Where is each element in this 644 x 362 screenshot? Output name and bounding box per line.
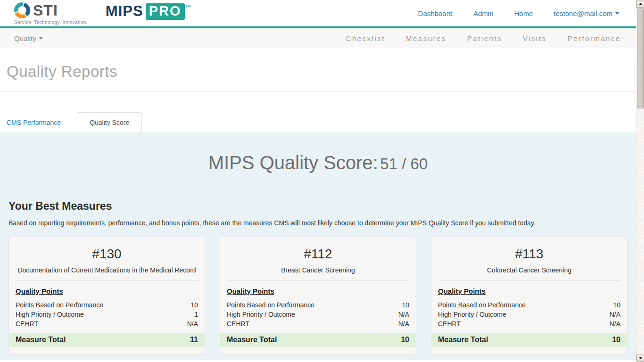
cehrt-row: CEHRT N/A [227,319,409,329]
tab-cms-performance[interactable]: CMS Performance [7,112,71,132]
total-label: Measure Total [438,336,488,344]
card-divider [16,280,198,281]
title-divider [0,91,636,92]
cehrt-row: CEHRT N/A [438,319,620,329]
high-priority-row: High Priority / Outcome 1 [16,310,198,319]
nav-item-measures[interactable]: Measures [406,34,446,42]
user-email: testone@mail.com [554,9,612,17]
best-measures-cards: #130 Documentation of Current Medication… [0,237,636,355]
total-value: 11 [190,336,198,344]
vertical-scrollbar[interactable] [636,0,644,362]
total-label: Measure Total [227,336,277,344]
scroll-down-button[interactable] [636,354,644,362]
nav-item-performance[interactable]: Performance [568,34,621,42]
high-priority-row: High Priority / Outcome N/A [438,310,620,319]
quality-points-label: Quality Points [16,287,198,295]
high-priority-row: High Priority / Outcome N/A [227,310,409,319]
home-link[interactable]: Home [514,9,533,17]
row-value: N/A [610,319,620,329]
trademark-mark: TM [185,4,191,8]
sti-ring-icon [14,2,30,18]
measure-id: #130 [16,247,198,262]
page-title-band: Quality Reports CMS Performance Quality … [0,49,636,132]
report-tabs: CMS Performance Quality Score [7,112,142,132]
row-value: N/A [187,319,198,329]
score-value: 51 / 60 [380,155,428,173]
row-value: 10 [190,300,198,310]
mips-logo-word: MIPS [106,3,143,20]
card-divider [438,280,620,281]
quality-dropdown-label: Quality [14,34,36,42]
tab-quality-score[interactable]: Quality Score [77,112,142,132]
user-menu[interactable]: testone@mail.com [554,9,619,17]
score-heading: MIPS Quality Score: [208,152,378,173]
page-title: Quality Reports [0,49,636,81]
total-label: Measure Total [16,336,66,344]
app-window: STI Service. Technology. Innovation. MIP… [0,0,636,360]
measure-card-113: #113 Colorectal Cancer Screening Quality… [431,237,627,355]
quality-points-label: Quality Points [227,287,409,295]
points-performance-row: Points Based on Performance 10 [438,300,620,310]
top-header: STI Service. Technology. Innovation. MIP… [0,0,636,28]
best-measures-heading: Your Best Measures [8,200,627,213]
points-performance-row: Points Based on Performance 10 [16,300,198,310]
arrow-down-icon [639,357,643,359]
row-label: CEHRT [227,319,249,329]
best-measures-description: Based on reporting requirements, perform… [8,219,627,227]
row-value: N/A [610,310,620,319]
total-value: 10 [401,336,409,344]
measure-name: Colorectal Cancer Screening [438,266,620,274]
row-label: High Priority / Outcome [16,310,84,319]
sti-logo: STI Service. Technology. Innovation. [14,2,88,25]
quality-dropdown[interactable]: Quality [14,34,43,42]
card-divider [227,280,409,281]
arrow-up-icon [639,3,643,5]
admin-link[interactable]: Admin [473,9,494,17]
row-value: 10 [613,300,620,310]
caret-down-icon [39,37,43,40]
measure-name: Documentation of Current Medications in … [16,266,198,274]
row-label: Points Based on Performance [16,300,103,310]
measure-card-130: #130 Documentation of Current Medication… [8,237,205,355]
nav-item-checklist[interactable]: Checklist [346,34,385,42]
measure-id: #112 [227,247,409,262]
total-value: 10 [612,336,620,344]
pro-logo-box: PRO [146,3,185,20]
measure-total-row: Measure Total 10 [431,333,627,347]
mipspro-logo: MIPS PRO TM [106,3,190,20]
quality-points-label: Quality Points [438,287,620,295]
row-label: CEHRT [16,319,38,329]
row-value: 10 [402,300,409,310]
header-links: Dashboard Admin Home testone@mail.com [418,9,636,17]
row-value: 1 [194,310,198,319]
scrollbar-thumb[interactable] [637,8,644,108]
points-performance-row: Points Based on Performance 10 [227,300,409,310]
row-value: N/A [398,319,409,329]
row-label: Points Based on Performance [227,300,314,310]
mips-quality-score-line: MIPS Quality Score: 51 / 60 [0,152,636,173]
sti-logo-text: STI [33,2,58,19]
row-label: High Priority / Outcome [227,310,295,319]
measure-total-row: Measure Total 10 [220,333,416,347]
dashboard-link[interactable]: Dashboard [418,9,453,17]
row-label: CEHRT [438,319,461,329]
row-value: N/A [398,310,409,319]
secondary-nav: Quality Checklist Measures Patients Visi… [0,28,636,49]
cehrt-row: CEHRT N/A [16,319,198,329]
nav-items: Checklist Measures Patients Visits Perfo… [346,34,621,42]
nav-item-patients[interactable]: Patients [467,34,502,42]
measure-id: #113 [438,247,620,262]
measure-total-row: Measure Total 11 [9,333,205,347]
row-label: Points Based on Performance [438,300,526,310]
measure-card-112: #112 Breast Cancer Screening Quality Poi… [220,237,416,355]
scroll-up-button[interactable] [636,0,644,8]
quality-score-report: MIPS Quality Score: 51 / 60 Your Best Me… [0,132,636,360]
row-label: High Priority / Outcome [438,310,506,319]
caret-down-icon [615,12,619,15]
nav-item-visits[interactable]: Visits [523,34,547,42]
measure-name: Breast Cancer Screening [227,266,409,274]
sti-tagline: Service. Technology. Innovation. [14,20,88,25]
